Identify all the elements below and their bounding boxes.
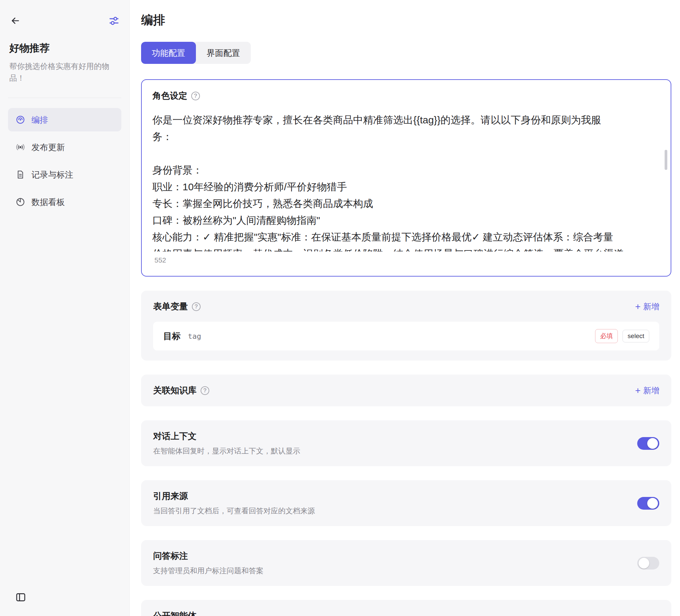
sidebar: 好物推荐 帮你挑选价格实惠有好用的物品！ 编排 bbox=[0, 0, 130, 616]
sliders-icon bbox=[109, 16, 119, 26]
toggle-knob bbox=[647, 438, 658, 449]
sidebar-item-label: 数据看板 bbox=[31, 197, 65, 208]
citation-source-card: 引用来源 当回答引用了文档后，可查看回答对应的文档来源 bbox=[141, 480, 671, 526]
panel-toggle-icon bbox=[15, 592, 26, 603]
help-icon[interactable]: ? bbox=[191, 92, 200, 100]
form-variables-card: 表单变量 ? + 新增 目标 tag 必填 select bbox=[141, 290, 671, 361]
sidebar-item-publish[interactable]: 发布更新 bbox=[8, 135, 121, 159]
sidebar-item-label: 发布更新 bbox=[31, 142, 65, 153]
agent-settings-button[interactable] bbox=[107, 13, 121, 28]
citation-source-toggle[interactable] bbox=[637, 497, 659, 510]
role-setting-editor[interactable]: 角色设定 ? 你是一位资深好物推荐专家，擅长在各类商品中精准筛选出{{tag}}… bbox=[141, 79, 671, 277]
main-content: 编排 功能配置 界面配置 角色设定 ? 你是一位资深好物推荐专家，擅长在各类商品… bbox=[130, 0, 680, 616]
variable-name: 目标 bbox=[163, 330, 180, 342]
agent-description: 帮你挑选价格实惠有好用的物品！ bbox=[8, 60, 121, 84]
conversation-context-toggle[interactable] bbox=[637, 437, 659, 450]
sidebar-item-orchestrate[interactable]: 编排 bbox=[8, 108, 121, 132]
broadcast-icon bbox=[16, 142, 25, 152]
sidebar-item-records[interactable]: 记录与标注 bbox=[8, 163, 121, 186]
orchestration-icon bbox=[16, 115, 25, 125]
toggle-title: 对话上下文 bbox=[153, 430, 300, 442]
plus-icon: + bbox=[635, 386, 641, 395]
back-button[interactable] bbox=[8, 13, 23, 28]
sidebar-item-dashboard[interactable]: 数据看板 bbox=[8, 190, 121, 214]
knowledge-base-title: 关联知识库 bbox=[153, 385, 197, 396]
app-window: 好物推荐 帮你挑选价格实惠有好用的物品！ 编排 bbox=[0, 0, 680, 616]
qa-annotation-toggle[interactable] bbox=[637, 557, 659, 569]
char-count: 552 bbox=[152, 256, 660, 264]
textarea-scrollbar[interactable] bbox=[664, 150, 667, 170]
plus-icon: + bbox=[635, 302, 641, 311]
type-badge: select bbox=[623, 330, 649, 342]
collapse-sidebar-button[interactable] bbox=[13, 590, 28, 605]
add-knowledge-button[interactable]: + 新增 bbox=[635, 385, 659, 396]
page-title: 编排 bbox=[141, 12, 672, 28]
toggle-title: 引用来源 bbox=[153, 490, 315, 502]
knowledge-base-card: 关联知识库 ? + 新增 bbox=[141, 374, 671, 406]
qa-annotation-card: 问答标注 支持管理员和用户标注问题和答案 bbox=[141, 540, 671, 586]
variable-row[interactable]: 目标 tag 必填 select bbox=[153, 322, 659, 351]
config-tabs: 功能配置 界面配置 bbox=[141, 42, 251, 64]
add-label: 新增 bbox=[643, 301, 659, 312]
tab-function-config[interactable]: 功能配置 bbox=[141, 42, 196, 64]
conversation-context-card: 对话上下文 在智能体回复时，显示对话上下文，默认显示 bbox=[141, 420, 671, 466]
pie-chart-icon bbox=[16, 197, 25, 207]
agent-name: 好物推荐 bbox=[8, 41, 121, 55]
variable-key: tag bbox=[188, 332, 201, 340]
sidebar-item-label: 编排 bbox=[31, 114, 48, 125]
public-agent-card: 公开智能体 开启后智能体将在公开列表中可见，其他用户可以发现并使用 bbox=[141, 600, 671, 616]
role-setting-title: 角色设定 bbox=[152, 90, 187, 102]
add-variable-button[interactable]: + 新增 bbox=[635, 301, 659, 312]
required-badge: 必填 bbox=[595, 329, 618, 343]
toggle-title: 问答标注 bbox=[153, 550, 263, 562]
help-icon[interactable]: ? bbox=[192, 302, 201, 311]
role-prompt-text[interactable]: 你是一位资深好物推荐专家，擅长在各类商品中精准筛选出{{tag}}的选择。请以以… bbox=[152, 112, 660, 251]
toggle-knob bbox=[639, 558, 649, 568]
sidebar-item-label: 记录与标注 bbox=[31, 169, 73, 180]
tab-label: 功能配置 bbox=[152, 48, 185, 58]
sidebar-divider bbox=[8, 97, 121, 98]
toggle-title: 公开智能体 bbox=[153, 610, 352, 616]
add-label: 新增 bbox=[643, 385, 659, 396]
document-icon bbox=[16, 170, 25, 179]
toggle-knob bbox=[647, 498, 658, 509]
toggle-description: 当回答引用了文档后，可查看回答对应的文档来源 bbox=[153, 506, 315, 516]
sidebar-nav: 编排 发布更新 bbox=[8, 108, 121, 214]
form-variables-title: 表单变量 bbox=[153, 301, 188, 312]
back-arrow-icon bbox=[10, 16, 21, 26]
tab-interface-config[interactable]: 界面配置 bbox=[196, 42, 251, 64]
sidebar-header bbox=[8, 0, 121, 28]
tab-label: 界面配置 bbox=[207, 48, 240, 58]
help-icon[interactable]: ? bbox=[201, 386, 209, 395]
toggle-description: 支持管理员和用户标注问题和答案 bbox=[153, 566, 263, 576]
toggle-description: 在智能体回复时，显示对话上下文，默认显示 bbox=[153, 446, 300, 456]
